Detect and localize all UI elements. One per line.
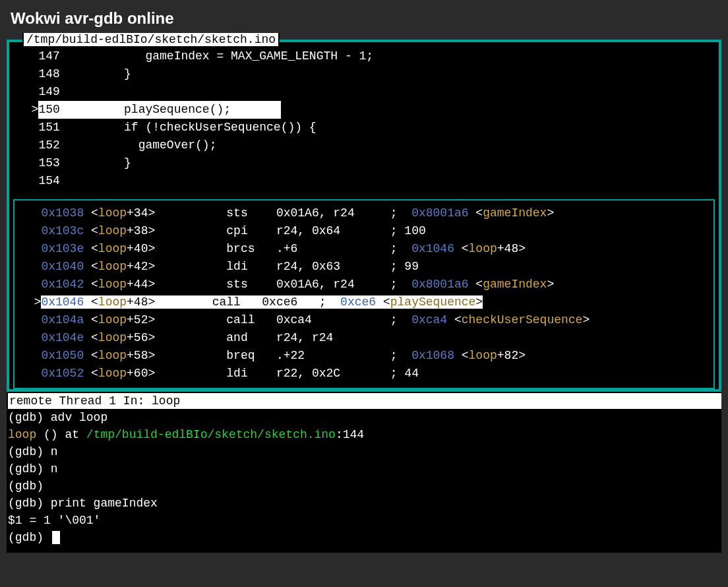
asm-line: 0x1038 <loop+34> sts 0x01A6, r24 ; 0x800… [20, 204, 708, 222]
console-line: (gdb) n [8, 460, 721, 478]
source-line: 147 gameIndex = MAX_GAME_LENGTH - 1; [17, 47, 711, 65]
source-line: 148 } [17, 65, 711, 83]
console-line: $1 = 1 '\001' [8, 512, 721, 529]
frame-label-wrap: /tmp/build-edlBIo/sketch/sketch.ino [22, 33, 280, 46]
asm-line: 0x103e <loop+40> brcs .+6 ; 0x1046 <loop… [20, 240, 708, 258]
console-line: (gdb) adv loop [8, 409, 721, 426]
gdb-console[interactable]: remote Thread 1 In: loop (gdb) adv loopl… [7, 392, 721, 553]
gdb-window: /tmp/build-edlBIo/sketch/sketch.ino 147 … [7, 40, 721, 392]
console-line: loop () at /tmp/build-edlBIo/sketch/sket… [8, 426, 721, 443]
asm-line: 0x103c <loop+38> cpi r24, 0x64 ; 100 [20, 222, 708, 240]
page-title: Wokwi avr-gdb online [11, 9, 717, 28]
console-line: (gdb) n [8, 443, 721, 460]
source-line: 153 } [17, 154, 711, 172]
asm-line: 0x1040 <loop+42> ldi r24, 0x63 ; 99 [20, 258, 708, 276]
console-line: (gdb) [8, 478, 721, 495]
asm-listing[interactable]: 0x1038 <loop+34> sts 0x01A6, r24 ; 0x800… [20, 204, 708, 383]
source-file-label: /tmp/build-edlBIo/sketch/sketch.ino [24, 33, 278, 46]
source-line: 154 [17, 172, 711, 190]
source-line: 149 [17, 83, 711, 101]
asm-frame: 0x1038 <loop+34> sts 0x01A6, r24 ; 0x800… [13, 199, 715, 389]
console-line: (gdb) print gameIndex [8, 495, 721, 512]
asm-line: 0x1052 <loop+60> ldi r22, 0x2C ; 44 [20, 365, 708, 383]
thread-status-line: remote Thread 1 In: loop [8, 393, 721, 409]
source-frame: /tmp/build-edlBIo/sketch/sketch.ino 147 … [7, 40, 721, 392]
asm-line-current: >0x1046 <loop+48> call 0xce6 ; 0xce6 <pl… [20, 294, 708, 311]
asm-line: 0x1042 <loop+44> sts 0x01A6, r24 ; 0x800… [20, 276, 708, 294]
console-output: (gdb) adv looploop () at /tmp/build-edlB… [8, 409, 721, 546]
asm-line: 0x1050 <loop+58> breq .+22 ; 0x1068 <loo… [20, 347, 708, 365]
source-line: 152 gameOver(); [17, 137, 711, 154]
asm-line: 0x104e <loop+56> and r24, r24 [20, 329, 708, 347]
source-line: 151 if (!checkUserSequence()) { [17, 119, 711, 137]
console-line: (gdb) [8, 529, 721, 546]
asm-line: 0x104a <loop+52> call 0xca4 ; 0xca4 <che… [20, 311, 708, 329]
source-listing[interactable]: 147 gameIndex = MAX_GAME_LENGTH - 1; 148… [13, 47, 715, 197]
cursor [52, 531, 60, 544]
source-line-current: >150 playSequence(); [17, 101, 711, 119]
